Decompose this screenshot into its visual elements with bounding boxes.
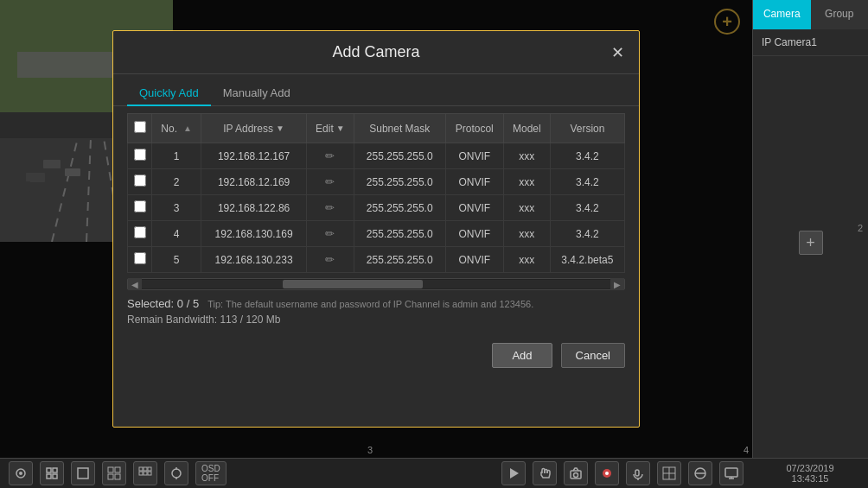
add-button[interactable]: Add [492,343,552,368]
row-edit-2[interactable]: ✏ [306,195,354,221]
svg-rect-21 [108,474,113,479]
svg-rect-19 [108,467,113,472]
col-model: Model [503,114,550,143]
svg-rect-22 [115,474,120,479]
remain-bandwidth: Remain Bandwidth: 113 / 120 Mb [113,312,639,334]
svg-rect-23 [139,467,143,471]
row-checkbox-cell-0[interactable] [128,143,152,169]
tab-group[interactable]: Group [811,0,869,29]
play-toolbar-icon[interactable] [501,461,526,485]
hand-toolbar-icon[interactable] [533,461,557,485]
edit-icon-1[interactable]: ✏ [325,175,335,188]
edit-icon-4[interactable]: ✏ [325,253,335,266]
tab-camera[interactable]: Camera [753,0,811,29]
row-model-3: xxx [503,221,550,247]
edit-icon-2[interactable]: ✏ [325,201,335,214]
svg-marker-32 [510,468,519,478]
svg-rect-15 [53,468,57,472]
row-model-1: xxx [503,169,550,195]
window-toolbar-icon[interactable] [71,461,95,485]
camera-table-body: 1 192.168.12.167 ✏ 255.255.255.0 ONVIF x… [128,143,625,273]
row-protocol-4: ONVIF [445,247,503,273]
row-checkbox-cell-4[interactable] [128,247,152,273]
select-all-checkbox[interactable] [134,121,146,133]
row-edit-4[interactable]: ✏ [306,247,354,273]
row-version-2: 3.4.2 [550,195,624,221]
row-checkbox-2[interactable] [134,200,146,212]
col-subnet: Subnet Mask [354,114,445,143]
camera-toolbar-icon[interactable] [9,461,33,485]
row-checkbox-1[interactable] [134,174,146,187]
svg-point-36 [605,472,609,475]
ip-dropdown-icon[interactable]: ▼ [276,124,284,133]
svg-rect-37 [635,470,639,476]
svg-rect-25 [148,467,151,471]
scroll-prev-btn[interactable]: ◀ [128,278,142,290]
svg-rect-28 [148,472,151,475]
layout-toolbar-icon[interactable] [40,461,64,485]
record-toolbar-icon[interactable] [595,461,619,485]
scroll-track [142,280,610,288]
svg-rect-14 [47,468,51,472]
snapshot-toolbar-icon[interactable] [564,461,588,485]
svg-rect-24 [144,467,147,471]
svg-rect-16 [47,474,51,478]
row-checkbox-cell-2[interactable] [128,195,152,221]
svg-rect-27 [144,472,147,475]
edit-icon-0[interactable]: ✏ [325,149,335,162]
sidebar-add-button[interactable]: + [799,231,823,255]
row-checkbox-4[interactable] [134,252,146,264]
quad-toolbar-icon[interactable] [657,461,681,485]
scroll-thumb[interactable] [283,280,424,288]
grid-toolbar-icon[interactable] [102,461,126,485]
fisheye-toolbar-icon[interactable] [688,461,712,485]
row-version-3: 3.4.2 [550,221,624,247]
svg-rect-20 [115,467,120,472]
row-ip-4: 192.168.130.233 [201,247,307,273]
tab-manually-add[interactable]: Manually Add [211,81,303,106]
ptz-toolbar-icon[interactable] [164,461,188,485]
tab-quickly-add[interactable]: Quickly Add [127,81,211,106]
camera-table: No. ▲ IP Address ▼ Edit [127,113,625,273]
row-protocol-2: ONVIF [445,195,503,221]
row-checkbox-3[interactable] [134,226,146,238]
screen-toolbar-icon[interactable] [719,461,744,485]
status-row: Selected: 0 / 5 Tip: The default usernam… [113,295,639,312]
select-all-header[interactable] [128,114,152,143]
svg-rect-26 [139,472,143,475]
table-row: 4 192.168.130.169 ✏ 255.255.255.0 ONVIF … [128,221,625,247]
row-ip-2: 192.168.122.86 [201,195,307,221]
row-protocol-0: ONVIF [445,143,503,169]
close-button[interactable]: ✕ [608,43,627,62]
svg-point-34 [574,473,578,478]
camera-table-wrapper: No. ▲ IP Address ▼ Edit [113,113,639,273]
audio-toolbar-icon[interactable] [626,461,650,485]
row-subnet-2: 255.255.255.0 [354,195,445,221]
col-protocol: Protocol [445,114,503,143]
col-no: No. ▲ [152,114,201,143]
cancel-button[interactable]: Cancel [561,343,625,368]
row-edit-1[interactable]: ✏ [306,169,354,195]
bottom-toolbar: OSDOFF [0,458,752,488]
row-checkbox-0[interactable] [134,149,146,161]
row-checkbox-cell-3[interactable] [128,221,152,247]
osd-button[interactable]: OSDOFF [195,461,227,485]
row-model-2: xxx [503,195,550,221]
row-edit-3[interactable]: ✏ [306,221,354,247]
edit-icon-3[interactable]: ✏ [325,227,335,240]
col-version: Version [550,114,624,143]
row-no-2: 3 [152,195,201,221]
tip-text: Tip: The default username and password o… [207,299,533,309]
row-checkbox-cell-1[interactable] [128,169,152,195]
row-no-3: 4 [152,221,201,247]
scroll-next-btn[interactable]: ▶ [610,278,624,290]
row-edit-0[interactable]: ✏ [306,143,354,169]
svg-rect-44 [725,468,737,477]
camera-list-item[interactable]: IP Camera1 [753,29,868,56]
dialog-tabs: Quickly Add Manually Add [113,74,639,106]
horizontal-scrollbar[interactable]: ◀ ▶ [127,278,625,290]
edit-dropdown-icon[interactable]: ▼ [336,124,345,133]
row-subnet-4: 255.255.255.0 [354,247,445,273]
table-row: 1 192.168.12.167 ✏ 255.255.255.0 ONVIF x… [128,143,625,169]
grid2-toolbar-icon[interactable] [133,461,157,485]
